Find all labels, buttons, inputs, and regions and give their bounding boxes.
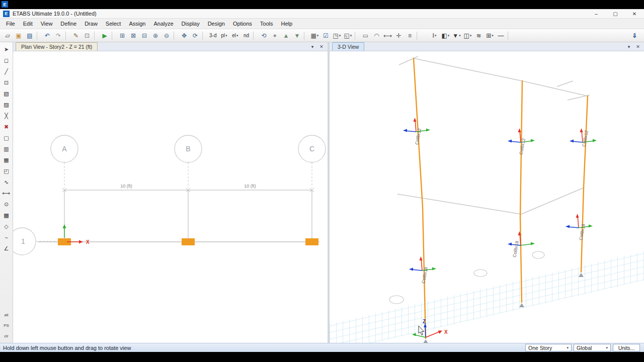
draw-wall-icon[interactable]: ▥	[2, 144, 12, 154]
show-all-button[interactable]: all	[2, 310, 12, 320]
draw-rect-icon[interactable]: ▭▾	[360, 30, 371, 41]
panel-close-icon[interactable]: ✕	[634, 44, 641, 49]
minimize-button[interactable]: –	[587, 9, 606, 18]
clear-button[interactable]: clr	[2, 331, 12, 341]
story-mode-select[interactable]: One Story ▾	[525, 344, 572, 351]
move-story-up-icon[interactable]: ▲▾	[280, 30, 291, 41]
quick-draw-floor-icon[interactable]: ▦	[2, 155, 12, 165]
shell-display-icon[interactable]: ◱▾	[342, 30, 353, 41]
grid-label: 1	[21, 237, 25, 245]
draw-line-icon[interactable]: ╱	[2, 67, 12, 76]
draw-link-icon[interactable]: ∿	[2, 177, 12, 187]
zoom-out-icon[interactable]: ⊖▾	[161, 30, 172, 41]
panel-menu-icon[interactable]: ▾	[309, 44, 316, 49]
menu-item[interactable]: File	[2, 20, 19, 28]
view-3d-button[interactable]: 3-d▾	[207, 30, 218, 41]
filter-icon[interactable]: ▼▾	[451, 30, 462, 41]
chevron-down-icon: ▾	[567, 346, 569, 350]
redo-icon[interactable]: ↷▾	[53, 30, 64, 41]
draw-floor-icon[interactable]: ▢	[2, 133, 12, 143]
menu-item[interactable]: Tools	[256, 20, 277, 28]
refresh-view-icon[interactable]: ⟲▾	[258, 30, 269, 41]
snap-point-icon[interactable]: ◇	[2, 222, 12, 231]
quick-draw-frame-icon[interactable]: ▨	[2, 100, 12, 110]
column-member-C[interactable]	[581, 96, 588, 272]
3d-header-controls: ▾ ✕	[625, 42, 644, 51]
coord-system-select[interactable]: Global ▾	[574, 344, 611, 351]
grid-bubble	[474, 269, 487, 277]
rotate-3d-view-icon[interactable]: ⟳▾	[190, 30, 201, 41]
reshape-object-icon[interactable]: ◻	[2, 56, 12, 65]
list-icon[interactable]: ≡▾	[404, 30, 415, 41]
undo-icon[interactable]: ↶▾	[42, 30, 53, 41]
move-story-down-icon[interactable]: ▼▾	[291, 30, 302, 41]
delete-object-icon[interactable]: ✖	[2, 122, 12, 132]
restore-full-view-icon[interactable]: ⊠▾	[128, 30, 139, 41]
menu-item[interactable]: Help	[277, 20, 297, 28]
rubber-band-zoom-icon[interactable]: ⊞▾	[117, 30, 128, 41]
menu-item[interactable]: Display	[178, 20, 204, 28]
run-analysis-icon[interactable]: ▶▾	[99, 30, 110, 41]
draw-joint-icon[interactable]: ⊡	[2, 78, 12, 87]
tab-plan-view[interactable]: Plan View - Story2 - Z = 21 (ft)	[16, 42, 98, 51]
snap-grid-icon[interactable]: ▩	[2, 211, 12, 220]
named-display-button[interactable]: nd▾	[240, 30, 252, 41]
zoom-in-icon[interactable]: ⊕▾	[150, 30, 161, 41]
menu-bar: FileEditViewDefineDrawSelectAssignAnalyz…	[0, 19, 644, 29]
menu-item[interactable]: Select	[102, 20, 125, 28]
previous-zoom-icon[interactable]: ⊟▾	[139, 30, 150, 41]
toolbar-group-right: I▾◧▾▼▾◫▾≋▾⊞▾—▾▾	[429, 29, 513, 42]
snap-line-icon[interactable]: ~	[2, 233, 12, 242]
object-view-options-icon[interactable]: ◧▾	[440, 30, 451, 41]
elevation-view-button[interactable]: el▾	[229, 30, 240, 41]
z-axis-label: Z	[423, 319, 426, 324]
frame-display-icon[interactable]: ◳▾	[331, 30, 342, 41]
maximize-button[interactable]: ▢	[606, 9, 625, 18]
3d-view-canvas[interactable]: Col8x12 Col8x12 Col8x12 Col8x18 Col8x18 …	[330, 51, 644, 343]
column-object-C1[interactable]	[305, 238, 318, 245]
text-select-icon[interactable]: I▾	[429, 30, 440, 41]
column-object-B1[interactable]	[182, 238, 195, 245]
menu-item[interactable]: Define	[56, 20, 80, 28]
edit-drawing-icon[interactable]: ✎▾	[70, 30, 82, 41]
snap-arc-icon[interactable]: ◠▾	[371, 30, 382, 41]
axes-icon[interactable]: ✛▾	[393, 30, 404, 41]
tab-3d-view[interactable]: 3-D View	[332, 42, 364, 51]
draw-reference-icon[interactable]: ⊙	[2, 200, 12, 209]
new-model-icon[interactable]: ▱▾	[2, 30, 13, 41]
draw-frame-icon[interactable]: ▧	[2, 89, 12, 99]
ps-button[interactable]: PS	[2, 321, 12, 330]
hatch-display-icon[interactable]: ≋▾	[473, 30, 484, 41]
menu-item[interactable]: Design	[204, 20, 229, 28]
panel-menu-icon[interactable]: ▾	[625, 44, 632, 49]
quick-draw-wall-icon[interactable]: ◰	[2, 166, 12, 176]
menu-item[interactable]: Draw	[80, 20, 102, 28]
save-icon[interactable]: ▤▾	[24, 30, 35, 41]
pan-icon[interactable]: ✥▾	[179, 30, 190, 41]
open-file-icon[interactable]: ▣▾	[13, 30, 24, 41]
download-icon[interactable]: ⇓	[629, 30, 640, 41]
section-display-icon[interactable]: ◫▾	[462, 30, 473, 41]
close-button[interactable]: ✕	[625, 9, 644, 18]
panel-close-icon[interactable]: ✕	[318, 44, 325, 49]
grid-options-icon[interactable]: ▦▾	[309, 30, 320, 41]
lock-model-icon[interactable]: ⊡▾	[82, 30, 93, 41]
tables-icon[interactable]: ⊞▾	[484, 30, 495, 41]
menu-item[interactable]: View	[37, 20, 57, 28]
menu-item[interactable]: Edit	[19, 20, 37, 28]
find-object-icon[interactable]: ⌖▾	[269, 30, 280, 41]
quick-draw-braces-icon[interactable]: ╳	[2, 111, 12, 121]
select-pointer-icon[interactable]: ➤	[2, 45, 12, 54]
column-member-B[interactable]	[520, 81, 522, 302]
plan-view-canvas[interactable]: A B C 1	[13, 51, 328, 343]
show-selection-icon[interactable]: ☑▾	[320, 30, 331, 41]
menu-item[interactable]: Analyze	[149, 20, 177, 28]
plan-view-button[interactable]: pl▾	[218, 30, 229, 41]
menu-item[interactable]: Options	[229, 20, 256, 28]
menu-item[interactable]: Assign	[125, 20, 149, 28]
draw-dimension-icon[interactable]: ⟷	[2, 189, 12, 198]
line-style-icon[interactable]: —▾	[495, 30, 506, 41]
units-button[interactable]: Units...	[613, 344, 640, 351]
measure-icon[interactable]: ⟷▾	[382, 30, 393, 41]
snap-perp-icon[interactable]: ∠	[2, 244, 12, 253]
